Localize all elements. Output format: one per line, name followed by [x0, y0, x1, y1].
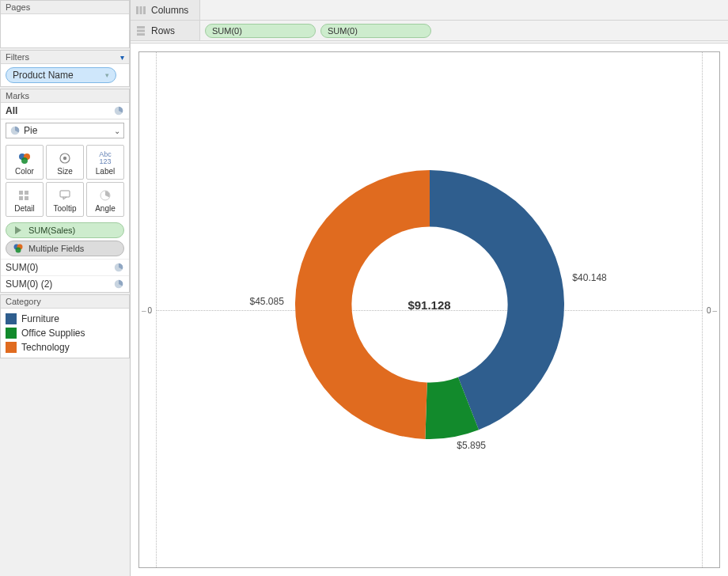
marks-sum0-row[interactable]: SUM(0)	[1, 259, 129, 275]
svg-rect-10	[25, 196, 28, 200]
marks-size-label: Size	[57, 167, 72, 176]
app-root: Pages Filters ▾ Product Name ▾ Marks	[0, 0, 728, 576]
marks-title-text: Marks	[6, 91, 29, 100]
legend-label: Office Supplies	[21, 328, 85, 339]
mark-type-label: Pie	[24, 125, 37, 136]
legend-item-office-supplies[interactable]: Office Supplies	[6, 326, 124, 340]
category-body: Furniture Office Supplies Technology	[1, 309, 129, 358]
svg-rect-20	[143, 6, 146, 14]
rows-shelf[interactable]: Rows SUM(0) SUM(0)	[131, 21, 728, 41]
legend-item-furniture[interactable]: Furniture	[6, 312, 124, 326]
svg-rect-8	[25, 191, 28, 195]
marks-sum0-2-row[interactable]: SUM(0) (2)	[1, 275, 129, 292]
marks-angle-label: Angle	[95, 204, 116, 213]
viz-canvas-wrap: – 0 0 – $91.128 $40.148 $5.895	[131, 43, 728, 576]
main-area: Columns Rows SUM(0) SUM(0)	[131, 0, 728, 576]
pages-body[interactable]	[1, 14, 129, 47]
rows-shelf-text: Rows	[151, 25, 175, 36]
rows-pill-sum0-1[interactable]: SUM(0)	[205, 24, 316, 38]
marks-panel: Marks All Pie ⌄	[0, 89, 130, 293]
svg-rect-19	[140, 6, 142, 14]
legend-swatch	[6, 328, 17, 339]
svg-point-4	[21, 157, 28, 164]
legend-swatch	[6, 313, 17, 324]
marks-tooltip-label: Tooltip	[54, 204, 77, 213]
tooltip-icon	[59, 188, 71, 203]
marks-grid: Color Size Abc123 Label	[1, 142, 129, 220]
axis-tick-mark: –	[142, 305, 146, 314]
rows-pill-sum0-2[interactable]: SUM(0)	[320, 24, 431, 38]
filters-title-text: Filters	[6, 52, 29, 62]
filters-body: Product Name ▾	[1, 64, 129, 86]
field-multiple-fields-label: Multiple Fields	[28, 244, 84, 253]
dropdown-icon: ▾	[105, 71, 109, 79]
label-icon: Abc123	[99, 151, 112, 165]
angle-icon	[99, 188, 112, 203]
filter-pill-label: Product Name	[13, 70, 74, 81]
marks-detail-button[interactable]: Detail	[6, 182, 44, 217]
columns-icon	[135, 5, 146, 16]
svg-rect-22	[137, 29, 145, 32]
donut-center-total: $91.128	[408, 297, 450, 311]
legend-item-technology[interactable]: Technology	[6, 340, 124, 354]
rows-shelf-label: Rows	[131, 21, 200, 40]
right-axis-zero-label: 0	[707, 305, 711, 314]
category-title: Category	[1, 295, 129, 309]
columns-shelf[interactable]: Columns	[131, 0, 728, 21]
color-icon	[13, 243, 24, 254]
marks-title: Marks	[1, 89, 129, 103]
filters-panel: Filters ▾ Product Name ▾	[0, 50, 130, 87]
marks-tooltip-button[interactable]: Tooltip	[46, 182, 84, 217]
legend-label: Furniture	[21, 313, 59, 324]
svg-rect-7	[19, 191, 23, 195]
marks-all-row[interactable]: All	[1, 103, 129, 119]
left-axis-zero: – 0	[142, 305, 152, 314]
marks-color-label: Color	[15, 167, 34, 176]
field-multiple-fields[interactable]: Multiple Fields	[6, 241, 124, 256]
marks-body: All Pie ⌄	[1, 103, 129, 292]
rows-pill-2-label: SUM(0)	[328, 26, 358, 36]
pages-title: Pages	[1, 1, 129, 14]
columns-shelf-label: Columns	[131, 0, 200, 20]
left-axis: – 0	[139, 52, 157, 567]
detail-icon	[18, 188, 31, 203]
marks-sum0-label: SUM(0)	[6, 262, 38, 273]
rows-shelf-content[interactable]: SUM(0) SUM(0)	[200, 24, 728, 38]
data-label-furniture: $40.148	[572, 272, 606, 283]
filters-title: Filters ▾	[1, 51, 129, 64]
legend-swatch	[6, 342, 17, 353]
field-sum-sales[interactable]: SUM(Sales)	[6, 222, 124, 238]
data-label-technology: $45.085	[250, 296, 284, 307]
filters-menu-icon[interactable]: ▾	[120, 53, 124, 62]
left-sidebar: Pages Filters ▾ Product Name ▾ Marks	[0, 0, 131, 576]
marks-size-button[interactable]: Size	[46, 145, 84, 180]
marks-angle-button[interactable]: Angle	[86, 182, 124, 217]
svg-point-6	[63, 156, 66, 159]
label-play-icon	[13, 225, 24, 236]
svg-rect-21	[137, 26, 145, 28]
marks-all-label: All	[6, 105, 17, 116]
pages-title-text: Pages	[6, 2, 30, 12]
mark-type-select[interactable]: Pie ⌄	[6, 123, 124, 138]
pie-icon	[113, 262, 124, 273]
marks-sum-rows: SUM(0) SUM(0) (2)	[1, 259, 129, 292]
marks-color-button[interactable]: Color	[6, 145, 44, 180]
svg-point-15	[16, 248, 21, 253]
viz-canvas[interactable]: – 0 0 – $91.128 $40.148 $5.895	[138, 51, 720, 568]
data-label-office-supplies: $5.895	[457, 440, 486, 451]
marks-label-label: Label	[96, 167, 115, 176]
field-sum-sales-label: SUM(Sales)	[28, 225, 75, 235]
pages-panel: Pages	[0, 0, 130, 48]
marks-detail-label: Detail	[14, 204, 35, 213]
left-axis-zero-label: 0	[148, 305, 153, 314]
chevron-down-icon: ⌄	[114, 127, 120, 135]
category-panel: Category Furniture Office Supplies Techn…	[0, 294, 130, 358]
legend-label: Technology	[21, 342, 70, 353]
columns-shelf-text: Columns	[151, 5, 188, 16]
marks-label-button[interactable]: Abc123 Label	[86, 145, 124, 180]
category-title-text: Category	[6, 297, 41, 306]
color-icon	[17, 151, 32, 165]
rows-pill-1-label: SUM(0)	[212, 26, 242, 36]
svg-rect-11	[60, 191, 70, 197]
filter-pill-product-name[interactable]: Product Name ▾	[6, 67, 116, 83]
